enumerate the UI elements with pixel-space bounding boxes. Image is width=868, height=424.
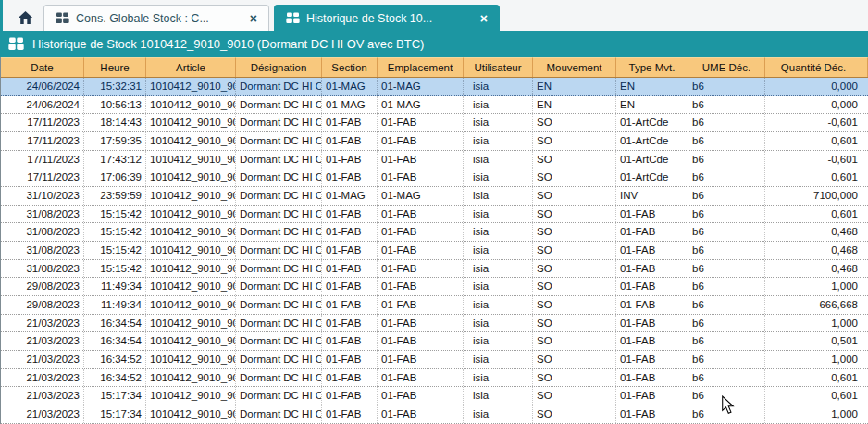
cell[interactable]: isia xyxy=(464,278,533,295)
cell[interactable]: 01-FAB xyxy=(616,278,688,295)
cell[interactable]: 01-FAB xyxy=(616,387,688,405)
cell[interactable]: 1010412_9010_9010 xyxy=(146,187,236,205)
cell[interactable]: isia xyxy=(464,351,533,368)
cell[interactable]: 16:34:54 xyxy=(84,332,146,350)
cell[interactable]: 666,668 xyxy=(765,296,862,314)
cell[interactable]: 01-FAB xyxy=(322,278,378,295)
cell[interactable]: isia xyxy=(464,387,533,405)
cell[interactable]: 01-FAB xyxy=(322,132,378,150)
cell[interactable]: 1,000 xyxy=(765,351,862,368)
cell[interactable]: 31/08/2023 xyxy=(1,206,84,223)
cell[interactable]: Dormant DC HI OV avec BTC xyxy=(236,96,322,114)
cell[interactable]: 1010412_9010_9010 xyxy=(146,242,236,259)
cell[interactable]: Dormant DC HI OV avec BTC xyxy=(236,332,322,350)
cell[interactable]: Dormant DC HI OV avec BTC xyxy=(236,260,322,278)
cell[interactable]: 1010412_9010_9010 xyxy=(146,332,236,350)
cell[interactable]: isia xyxy=(464,114,533,131)
cell[interactable]: 01-FAB xyxy=(616,242,688,259)
table-row[interactable]: 31/10/202323:59:591010412_9010_9010Dorma… xyxy=(1,187,868,206)
cell[interactable]: 01-FAB xyxy=(322,351,378,368)
cell[interactable]: 18:14:43 xyxy=(84,114,146,131)
cell[interactable]: 01-FAB xyxy=(322,206,378,223)
table-row[interactable]: 24/06/202415:32:311010412_9010_9010Dorma… xyxy=(1,78,868,96)
cell[interactable]: 01-FAB xyxy=(616,369,688,387)
cell[interactable]: isia xyxy=(464,405,533,423)
cell[interactable]: b6 xyxy=(688,260,765,278)
cell[interactable]: b6 xyxy=(688,132,765,150)
cell[interactable]: -0,601 xyxy=(765,151,862,168)
table-row[interactable]: 21/03/202316:34:521010412_9010_9010Dorma… xyxy=(1,351,868,369)
table-row[interactable]: 24/06/202410:56:131010412_9010_9010Dorma… xyxy=(1,96,868,115)
table-row[interactable]: 17/11/202317:06:391010412_9010_9010Dorma… xyxy=(1,168,868,187)
cell[interactable]: isia xyxy=(464,187,533,205)
cell[interactable]: SO xyxy=(533,187,616,205)
cell[interactable]: 0,601 xyxy=(765,369,862,387)
table-row[interactable]: 31/08/202315:15:421010412_9010_9010Dorma… xyxy=(1,242,868,260)
cell[interactable]: -0,601 xyxy=(765,114,862,131)
cell[interactable]: 01-ArtCde xyxy=(616,114,688,131)
cell[interactable]: b6 xyxy=(688,223,765,241)
cell[interactable]: isia xyxy=(464,223,533,241)
cell[interactable]: 01-FAB xyxy=(322,332,378,350)
cell[interactable]: Dormant DC HI OV avec BTC xyxy=(236,78,322,95)
cell[interactable]: 1010412_9010_9010 xyxy=(146,387,236,405)
cell[interactable]: 01-FAB xyxy=(322,296,378,314)
cell[interactable]: 21/03/2023 xyxy=(1,387,84,405)
cell[interactable]: Dormant DC HI OV avec BTC xyxy=(236,168,322,186)
cell[interactable]: 1010412_9010_9010 xyxy=(146,78,236,95)
cell[interactable]: 01-FAB xyxy=(322,114,378,131)
cell[interactable]: 0,601 xyxy=(765,168,862,186)
cell[interactable]: 01-ArtCde xyxy=(616,168,688,186)
cell[interactable]: 1010412_9010_9010 xyxy=(146,96,236,114)
cell[interactable]: 0,601 xyxy=(765,206,862,223)
cell[interactable]: 01-FAB xyxy=(378,296,464,314)
cell[interactable]: isia xyxy=(464,369,533,387)
cell[interactable]: 15:15:42 xyxy=(84,242,146,259)
cell[interactable]: 16:34:54 xyxy=(84,315,146,332)
cell[interactable]: 01-FAB xyxy=(322,168,378,186)
table-row[interactable]: 31/08/202315:15:421010412_9010_9010Dorma… xyxy=(1,223,868,242)
cell[interactable]: b6 xyxy=(688,278,765,295)
cell[interactable]: 1,000 xyxy=(765,278,862,295)
cell[interactable]: 01-FAB xyxy=(378,114,464,131)
cell[interactable]: 01-FAB xyxy=(616,296,688,314)
cell[interactable]: 21/03/2023 xyxy=(1,351,84,368)
table-row[interactable]: 29/08/202311:49:341010412_9010_9010Dorma… xyxy=(1,296,868,315)
cell[interactable]: EN xyxy=(533,96,616,114)
cell[interactable]: 15:15:42 xyxy=(84,206,146,223)
cell[interactable]: 17:43:12 xyxy=(84,151,146,168)
cell[interactable]: SO xyxy=(533,369,616,387)
cell[interactable]: isia xyxy=(464,260,533,278)
cell[interactable]: SO xyxy=(533,132,616,150)
table-row[interactable]: 29/08/202311:49:341010412_9010_9010Dorma… xyxy=(1,278,868,296)
cell[interactable]: 01-FAB xyxy=(322,369,378,387)
table-row[interactable]: 31/08/202315:15:421010412_9010_9010Dorma… xyxy=(1,260,868,279)
cell[interactable]: 15:15:42 xyxy=(84,223,146,241)
cell[interactable]: SO xyxy=(533,223,616,241)
cell[interactable]: 01-FAB xyxy=(378,242,464,259)
cell[interactable]: isia xyxy=(464,132,533,150)
cell[interactable]: 1010412_9010_9010 xyxy=(146,168,236,186)
cell[interactable]: 15:32:31 xyxy=(84,78,146,95)
table-row[interactable]: 31/08/202315:15:421010412_9010_9010Dorma… xyxy=(1,206,868,224)
cell[interactable]: 17/11/2023 xyxy=(1,168,84,186)
cell[interactable]: 01-FAB xyxy=(616,351,688,368)
cell[interactable]: b6 xyxy=(688,405,765,423)
table-row[interactable]: 21/03/202316:34:521010412_9010_9010Dorma… xyxy=(1,369,868,388)
cell[interactable]: 1010412_9010_9010 xyxy=(146,260,236,278)
cell[interactable]: 11:49:34 xyxy=(84,296,146,314)
cell[interactable]: 1010412_9010_9010 xyxy=(146,405,236,423)
cell[interactable]: 0,601 xyxy=(765,132,862,150)
cell[interactable]: 21/03/2023 xyxy=(1,315,84,332)
cell[interactable]: 21/03/2023 xyxy=(1,332,84,350)
cell[interactable]: SO xyxy=(533,405,616,423)
cell[interactable]: 1010412_9010_9010 xyxy=(146,351,236,368)
cell[interactable]: Dormant DC HI OV avec BTC xyxy=(236,296,322,314)
cell[interactable]: 01-FAB xyxy=(322,223,378,241)
cell[interactable]: 29/08/2023 xyxy=(1,296,84,314)
cell[interactable]: 01-FAB xyxy=(322,260,378,278)
column-header[interactable]: UME Déc. xyxy=(688,57,765,77)
cell[interactable]: 01-FAB xyxy=(616,315,688,332)
cell[interactable]: SO xyxy=(533,278,616,295)
cell[interactable]: b6 xyxy=(688,387,765,405)
